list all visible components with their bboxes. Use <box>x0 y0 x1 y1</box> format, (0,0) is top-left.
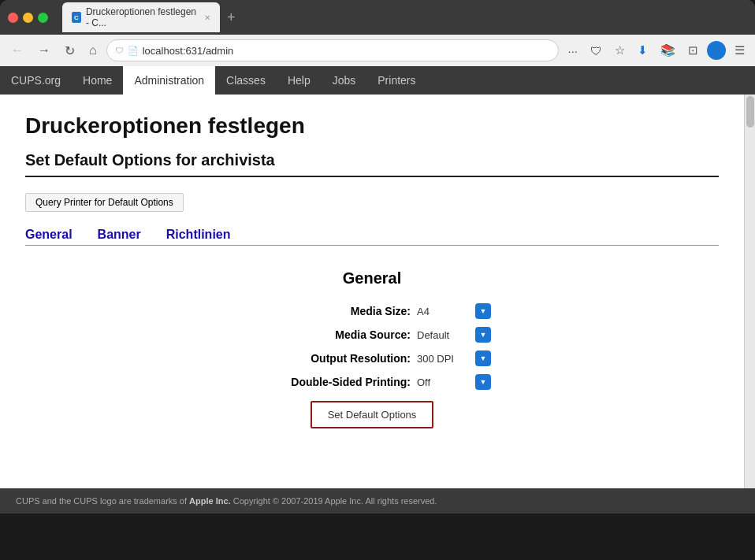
media-size-label: Media Size: <box>253 305 411 317</box>
tab-favicon-icon: C <box>72 12 81 23</box>
tabs-nav: General Banner Richtlinien <box>25 228 719 246</box>
general-heading: General <box>25 269 719 287</box>
address-bar[interactable]: 🛡 📄 localhost:631/admin <box>106 39 560 61</box>
browser-chrome: C Druckeroptionen festlegen - C... ✕ + ←… <box>0 0 755 514</box>
reload-button[interactable]: ↻ <box>60 40 80 61</box>
tab-title: Druckeroptionen festlegen - C... <box>86 6 199 28</box>
tab-banner[interactable]: Banner <box>98 228 141 242</box>
double-sided-row: Double-Sided Printing: Off <box>253 374 491 390</box>
nav-item-home[interactable]: Home <box>72 66 123 95</box>
star-icon[interactable]: ☆ <box>611 41 629 60</box>
footer-brand: Apple Inc. <box>189 496 231 506</box>
bookmark-icon[interactable]: 🛡 <box>586 42 606 60</box>
media-size-dropdown[interactable] <box>475 303 491 319</box>
query-printer-button[interactable]: Query Printer for Default Options <box>25 193 184 212</box>
main-content-wrapper: Druckeroptionen festlegen Set Default Op… <box>0 95 744 488</box>
media-source-value: Default <box>417 329 472 341</box>
nav-item-cups-org[interactable]: CUPS.org <box>0 66 72 95</box>
media-source-select: Default <box>417 327 491 343</box>
output-resolution-dropdown[interactable] <box>475 350 491 366</box>
tab-general[interactable]: General <box>25 228 73 242</box>
new-tab-button[interactable]: + <box>223 9 240 26</box>
sync-icon[interactable]: ⊡ <box>684 41 702 60</box>
tab-richtlinien[interactable]: Richtlinien <box>166 228 231 242</box>
footer-text: CUPS and the CUPS logo are trademarks of <box>16 496 189 506</box>
nav-item-classes[interactable]: Classes <box>215 66 277 95</box>
cups-nav: CUPS.org Home Administration Classes Hel… <box>0 66 755 95</box>
shield-icon: 🛡 <box>115 46 124 55</box>
minimize-button[interactable] <box>23 13 33 23</box>
address-text: localhost:631/admin <box>143 45 234 57</box>
options-table: Media Size: A4 Media Source: Default <box>253 303 491 428</box>
footer-text2: Copyright © 2007-2019 Apple Inc. All rig… <box>231 496 437 506</box>
nav-actions: ··· 🛡 ☆ ⬇ 📚 ⊡ 👤 ☰ <box>563 41 749 60</box>
tab-bar: C Druckeroptionen festlegen - C... ✕ + <box>62 2 747 32</box>
media-size-value: A4 <box>417 306 472 317</box>
content-area: Druckeroptionen festlegen Set Default Op… <box>0 95 755 488</box>
media-size-select: A4 <box>417 303 491 319</box>
download-icon[interactable]: ⬇ <box>634 41 652 60</box>
media-source-dropdown[interactable] <box>475 327 491 343</box>
traffic-lights <box>8 13 48 23</box>
active-tab[interactable]: C Druckeroptionen festlegen - C... ✕ <box>62 2 220 32</box>
lock-icon: 📄 <box>128 46 139 56</box>
footer: CUPS and the CUPS logo are trademarks of… <box>0 488 755 514</box>
library-icon[interactable]: 📚 <box>656 41 679 60</box>
media-source-label: Media Source: <box>253 328 411 341</box>
nav-bar: ← → ↻ ⌂ 🛡 📄 localhost:631/admin ··· 🛡 ☆ … <box>0 35 755 66</box>
output-resolution-label: Output Resolution: <box>253 352 411 365</box>
output-resolution-select: 300 DPI <box>417 350 491 366</box>
maximize-button[interactable] <box>38 13 48 23</box>
close-tab-icon[interactable]: ✕ <box>204 13 210 22</box>
nav-item-help[interactable]: Help <box>277 66 322 95</box>
more-options-button[interactable]: ··· <box>563 42 582 60</box>
output-resolution-row: Output Resolution: 300 DPI <box>253 350 491 366</box>
menu-icon[interactable]: ☰ <box>731 41 749 60</box>
home-button[interactable]: ⌂ <box>84 40 102 61</box>
general-section: General Media Size: A4 Media Sou <box>25 269 719 428</box>
set-defaults-button[interactable]: Set Default Options <box>311 401 434 428</box>
scrollbar[interactable] <box>744 95 755 488</box>
double-sided-select: Off <box>417 374 491 390</box>
back-button[interactable]: ← <box>6 40 28 61</box>
scrollbar-thumb[interactable] <box>746 96 754 128</box>
media-source-row: Media Source: Default <box>253 327 491 343</box>
main-content: Druckeroptionen festlegen Set Default Op… <box>0 95 744 488</box>
close-button[interactable] <box>8 13 18 23</box>
page-title: Druckeroptionen festlegen <box>25 113 719 139</box>
media-size-row: Media Size: A4 <box>253 303 491 319</box>
double-sided-value: Off <box>417 376 472 388</box>
nav-item-jobs[interactable]: Jobs <box>322 66 367 95</box>
forward-button[interactable]: → <box>33 40 55 61</box>
nav-item-administration[interactable]: Administration <box>123 66 215 95</box>
double-sided-label: Double-Sided Printing: <box>253 376 411 388</box>
double-sided-dropdown[interactable] <box>475 374 491 390</box>
account-icon[interactable]: 👤 <box>707 41 726 60</box>
nav-item-printers[interactable]: Printers <box>366 66 426 95</box>
section-title: Set Default Options for archivista <box>25 151 719 177</box>
output-resolution-value: 300 DPI <box>417 353 472 365</box>
title-bar: C Druckeroptionen festlegen - C... ✕ + <box>0 0 755 35</box>
